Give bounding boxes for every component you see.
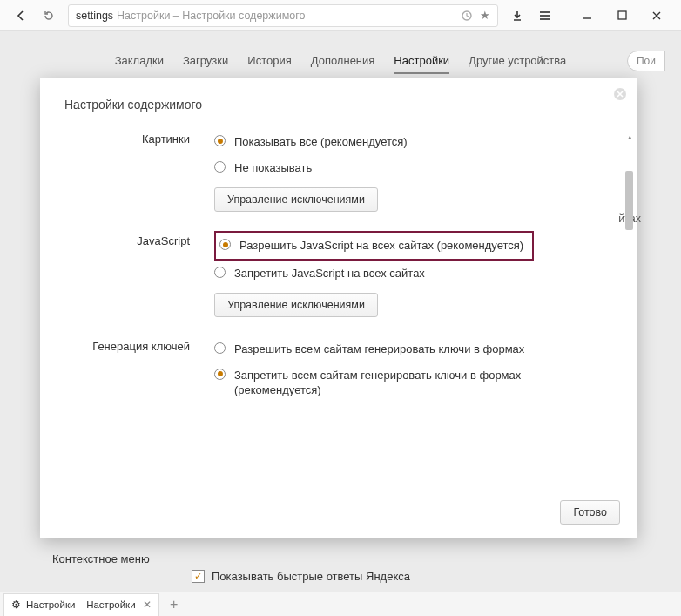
tab-downloads[interactable]: Загрузки (183, 54, 228, 74)
checkbox-icon (192, 570, 205, 583)
section-keygen: Генерация ключей Разрешить всем сайтам г… (40, 336, 622, 403)
tab-label: Настройки – Настройки (26, 599, 136, 610)
radio-keys-deny[interactable]: Запретить всем сайтам генерировать ключи… (214, 362, 604, 403)
gear-icon: ⚙ (11, 599, 21, 611)
browser-titlebar: settings Настройки – Настройки содержимо… (0, 0, 681, 31)
window-maximize[interactable] (604, 3, 639, 28)
section-label-keygen: Генерация ключей (40, 336, 214, 403)
context-menu-section-label: Контекстное меню (52, 552, 150, 565)
section-label-images: Картинки (40, 129, 214, 212)
reload-button[interactable] (35, 3, 63, 28)
radio-icon (214, 267, 226, 278)
modal-scrollbar[interactable]: ▴ (625, 132, 634, 488)
browser-tab[interactable]: ⚙ Настройки – Настройки ✕ (3, 593, 159, 616)
tab-devices[interactable]: Другие устройства (469, 54, 566, 74)
section-images: Картинки Показывать все (рекомендуется) … (40, 129, 622, 212)
tab-settings[interactable]: Настройки (394, 54, 449, 74)
radio-js-allow[interactable]: Разрешить JavaScript на всех сайтах (рек… (219, 236, 523, 255)
section-javascript: JavaScript Разрешить JavaScript на всех … (40, 231, 622, 317)
settings-search[interactable]: Пои (627, 51, 665, 71)
modal-sections: Картинки Показывать все (рекомендуется) … (40, 129, 622, 488)
radio-icon (214, 369, 226, 380)
tab-close-icon[interactable]: ✕ (143, 599, 152, 611)
radio-js-deny[interactable]: Запретить JavaScript на всех сайтах (214, 261, 604, 287)
back-button[interactable] (7, 3, 35, 28)
browser-tab-strip: ⚙ Настройки – Настройки ✕ + (0, 592, 681, 616)
settings-tabbar: Закладки Загрузки История Дополнения Нас… (0, 54, 681, 74)
window-close[interactable] (639, 3, 674, 28)
images-exceptions-button[interactable]: Управление исключениями (214, 187, 378, 212)
section-label-javascript: JavaScript (40, 231, 214, 317)
modal-close-button[interactable] (613, 87, 629, 103)
tab-history[interactable]: История (247, 54, 291, 74)
radio-icon (219, 239, 231, 250)
url-bar[interactable]: settings Настройки – Настройки содержимо… (68, 4, 498, 27)
check-quick-answers[interactable]: Показывать быстрые ответы Яндекса (192, 570, 410, 583)
downloads-button[interactable] (503, 3, 531, 28)
bookmark-star-icon[interactable]: ★ (480, 9, 490, 22)
js-exceptions-button[interactable]: Управление исключениями (214, 293, 378, 317)
radio-images-show[interactable]: Показывать все (рекомендуется) (214, 129, 604, 155)
radio-keys-allow[interactable]: Разрешить всем сайтам генерировать ключи… (214, 336, 604, 362)
modal-title: Настройки содержимого (40, 78, 637, 124)
scroll-up-icon[interactable]: ▴ (625, 132, 634, 141)
menu-button[interactable] (531, 3, 559, 28)
modal-overlay: Настройки содержимого йтах Картинки Пока… (0, 31, 681, 592)
radio-icon (214, 342, 226, 354)
radio-icon (214, 135, 226, 146)
radio-images-hide[interactable]: Не показывать (214, 155, 604, 181)
radio-icon (214, 161, 226, 173)
url-title: Настройки – Настройки содержимого (117, 10, 305, 22)
highlighted-option: Разрешить JavaScript на всех сайтах (рек… (214, 231, 534, 261)
tab-bookmarks[interactable]: Закладки (115, 54, 164, 74)
tab-addons[interactable]: Дополнения (311, 54, 375, 74)
content-settings-modal: Настройки содержимого йтах Картинки Пока… (40, 78, 637, 538)
window-minimize[interactable] (570, 3, 604, 28)
protect-icon[interactable] (461, 10, 473, 22)
scroll-thumb[interactable] (625, 171, 633, 230)
done-button[interactable]: Готово (560, 500, 620, 525)
svg-rect-1 (618, 11, 626, 19)
new-tab-button[interactable]: + (163, 594, 185, 615)
url-prefix: settings (76, 10, 113, 22)
